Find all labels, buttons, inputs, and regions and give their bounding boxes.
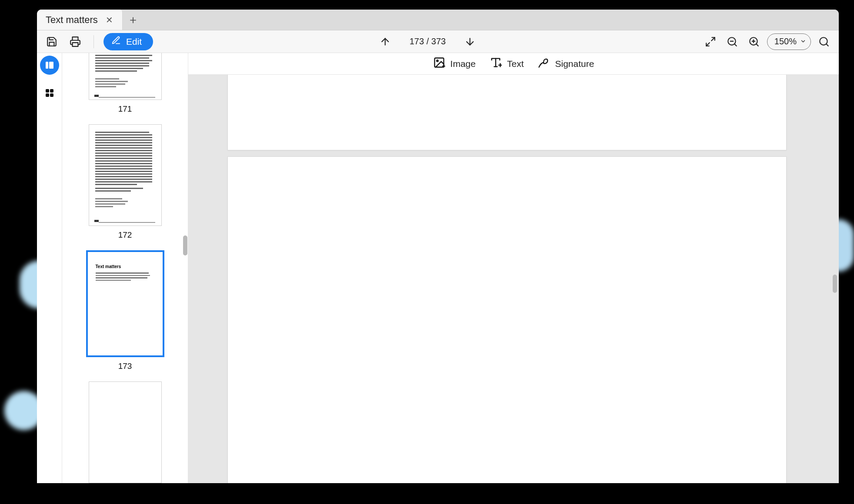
insert-image-label: Image [450,59,476,69]
svg-line-4 [706,43,710,46]
svg-line-6 [734,44,737,46]
thumbnails-panel-toggle[interactable] [40,56,59,75]
next-page-button[interactable] [461,33,479,50]
page-sheet-prev[interactable] [227,75,787,150]
zoom-value: 150% [774,36,797,46]
zoom-select[interactable]: 150% [767,33,811,50]
side-rail [37,53,62,483]
insert-image-button[interactable]: Image [433,56,476,71]
page-total: 373 [431,36,446,46]
page-scrollbar[interactable] [833,275,837,293]
thumbnail-panel: 171 [62,53,188,483]
insert-text-button[interactable]: Text [490,56,524,71]
zoom-out-button[interactable] [724,33,741,50]
insert-text-label: Text [507,59,524,69]
svg-rect-19 [50,93,53,97]
page-thumbnail[interactable]: Text matters [86,250,164,357]
main-toolbar: Edit 173 / 373 [37,30,839,53]
fullscreen-button[interactable] [702,33,719,50]
grid-view-toggle[interactable] [40,83,59,103]
tab-title: Text matters [46,14,98,26]
svg-line-3 [711,37,715,41]
close-tab-icon[interactable]: ✕ [104,14,115,26]
page-current: 173 [410,36,424,46]
zoom-in-button[interactable] [745,33,763,50]
save-button[interactable] [43,33,60,50]
pdf-viewer-window: Text matters ✕ ＋ [37,10,839,483]
signature-icon [537,56,550,71]
thumb-number: 171 [118,104,132,114]
chevron-down-icon [800,36,806,46]
thumb-chapter-title: Text matters [88,252,163,272]
page-sheet-current[interactable] [227,156,787,483]
insert-signature-label: Signature [555,59,594,69]
svg-rect-17 [50,89,53,93]
insert-toolbar: Image Text [188,53,839,75]
edit-button[interactable]: Edit [103,33,153,50]
text-icon [490,56,502,71]
svg-point-21 [437,60,438,62]
print-button[interactable] [67,33,84,50]
svg-rect-0 [73,43,78,46]
thumb-number: 173 [118,361,132,371]
image-icon [433,56,445,71]
page-viewport[interactable] [188,75,839,483]
prev-page-button[interactable] [377,33,394,50]
page-counter[interactable]: 173 / 373 [410,36,446,46]
thumb-scrollbar[interactable] [183,235,187,255]
pencil-icon [111,36,121,47]
insert-signature-button[interactable]: Signature [537,56,594,71]
thumb-number: 172 [118,230,132,240]
search-button[interactable] [815,33,833,50]
page-thumbnail[interactable] [89,53,162,100]
svg-rect-18 [46,93,49,97]
svg-rect-14 [46,62,48,69]
page-thumbnail[interactable] [89,381,162,483]
svg-line-9 [756,44,758,46]
page-sep: / [424,36,431,46]
new-tab-button[interactable]: ＋ [123,10,143,30]
page-thumbnail[interactable] [89,124,162,226]
edit-label: Edit [126,36,142,47]
svg-rect-16 [46,89,49,93]
tab-bar: Text matters ✕ ＋ [37,10,839,30]
svg-rect-15 [49,62,53,69]
svg-line-13 [826,44,828,46]
toolbar-separator [93,35,94,48]
document-tab[interactable]: Text matters ✕ [37,10,123,30]
